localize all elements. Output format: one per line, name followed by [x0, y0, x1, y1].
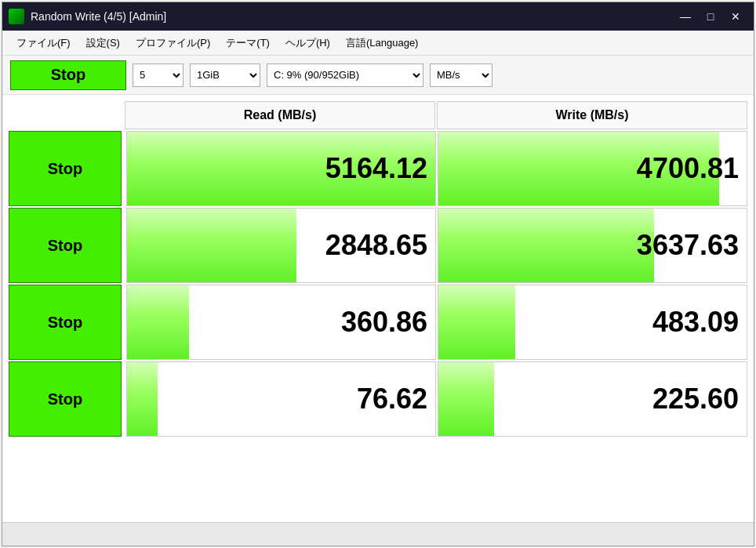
menu-bar: ファイル(F) 設定(S) プロファイル(P) テーマ(T) ヘルプ(H) 言語…	[2, 31, 754, 56]
row-2-read-cell: 360.86	[126, 285, 436, 360]
col-write-header: Write (MB/s)	[437, 101, 747, 129]
main-stop-button[interactable]: Stop	[10, 60, 126, 90]
row-2-btn-cell: Stop	[9, 285, 125, 360]
size-select[interactable]: 1GiB 512MiB2GiB4GiB 8GiB16GiB32GiB64GiB	[190, 64, 260, 87]
row-3-read-cell: 76.62	[126, 361, 436, 437]
menu-language[interactable]: 言語(Language)	[338, 33, 427, 53]
minimize-button[interactable]: —	[674, 7, 697, 26]
maximize-button[interactable]: □	[699, 7, 722, 26]
menu-file[interactable]: ファイル(F)	[9, 33, 78, 53]
row-3-btn-cell: Stop	[9, 361, 125, 437]
header-btn-spacer	[9, 101, 125, 129]
table-row: Stop 360.86 483.09	[9, 285, 747, 360]
row-0-write-cell: 4700.81	[438, 131, 747, 206]
row-1-write-value: 3637.63	[637, 229, 739, 262]
stop-button-3[interactable]: Stop	[9, 361, 122, 437]
table-row: Stop 2848.65 3637.63	[9, 208, 747, 283]
table-header: Read (MB/s) Write (MB/s)	[9, 101, 747, 129]
main-content: Read (MB/s) Write (MB/s) Stop 5164.12 47…	[2, 95, 754, 522]
row-1-read-bar	[127, 209, 296, 282]
menu-help[interactable]: ヘルプ(H)	[278, 33, 338, 53]
app-icon	[9, 9, 24, 24]
row-2-write-value: 483.09	[652, 306, 739, 339]
row-2-read-value: 360.86	[341, 306, 427, 339]
close-button[interactable]: ✕	[724, 7, 747, 26]
row-1-btn-cell: Stop	[9, 208, 125, 283]
stop-button-1[interactable]: Stop	[9, 208, 122, 283]
count-select[interactable]: 5 1234 6789	[133, 64, 184, 87]
row-3-write-value: 225.60	[652, 383, 739, 416]
unit-select[interactable]: MB/s GB/sIOPS	[430, 64, 492, 87]
row-2-read-bar	[127, 285, 189, 359]
title-controls: — □ ✕	[674, 7, 747, 26]
row-0-btn-cell: Stop	[9, 131, 125, 206]
status-bar	[2, 522, 754, 546]
row-0-read-value: 5164.12	[325, 152, 427, 185]
table-row: Stop 5164.12 4700.81	[9, 131, 747, 206]
row-3-read-bar	[127, 362, 158, 436]
title-bar: Random Write (4/5) [Admin] — □ ✕	[2, 2, 754, 31]
stop-button-2[interactable]: Stop	[9, 285, 122, 360]
main-window: Random Write (4/5) [Admin] — □ ✕ ファイル(F)…	[2, 2, 754, 546]
row-0-write-value: 4700.81	[637, 152, 739, 185]
menu-theme[interactable]: テーマ(T)	[218, 33, 278, 53]
stop-button-0[interactable]: Stop	[9, 131, 122, 206]
row-3-write-cell: 225.60	[438, 361, 747, 437]
row-1-write-bar	[438, 209, 654, 282]
col-read-header: Read (MB/s)	[125, 101, 435, 129]
drive-select[interactable]: C: 9% (90/952GiB)	[267, 64, 423, 87]
table-row: Stop 76.62 225.60	[9, 361, 747, 437]
row-1-read-value: 2848.65	[325, 229, 427, 262]
window-title: Random Write (4/5) [Admin]	[31, 10, 674, 23]
row-3-write-bar	[438, 362, 494, 436]
row-2-write-bar	[438, 285, 515, 359]
row-1-read-cell: 2848.65	[126, 208, 436, 283]
menu-settings[interactable]: 設定(S)	[78, 33, 128, 53]
row-3-read-value: 76.62	[357, 383, 427, 416]
menu-profile[interactable]: プロファイル(P)	[128, 33, 218, 53]
row-0-read-cell: 5164.12	[126, 131, 436, 206]
row-1-write-cell: 3637.63	[438, 208, 747, 283]
toolbar: Stop 5 1234 6789 1GiB 512MiB2GiB4GiB 8Gi…	[2, 56, 754, 95]
row-2-write-cell: 483.09	[438, 285, 747, 360]
